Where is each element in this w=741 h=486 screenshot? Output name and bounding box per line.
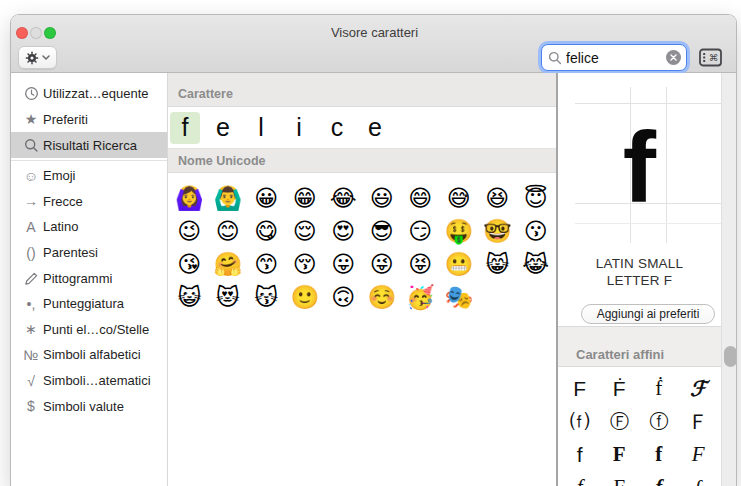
emoji-cell[interactable]: 😗 [517,215,556,248]
related-char-cell[interactable]: ḟ [639,372,679,405]
related-char-cell[interactable]: Ḟ [600,372,640,405]
emoji-cell[interactable]: 😊 [209,215,248,248]
sidebar-item-recents[interactable]: Utilizzat…equente [11,80,167,106]
related-char-cell[interactable]: f [560,471,600,486]
emoji-cell[interactable]: 😂 [324,182,363,215]
emoji-cell[interactable]: 😋 [247,215,286,248]
glyph-guide-line [575,223,721,224]
sidebar-item-pictographs[interactable]: Pittogrammi [11,265,167,291]
clear-search-button[interactable] [666,50,681,65]
related-char-cell[interactable]: ⓕ [639,405,679,438]
related-char-cell[interactable]: ƒ [679,471,719,486]
emoji-cell[interactable]: 😁 [286,182,325,215]
sidebar-item-label: Simboli valute [43,399,124,414]
sidebar-item-currency[interactable]: $Simboli valute [11,393,167,419]
numero-icon: № [19,347,43,363]
search-field[interactable] [541,44,687,71]
dollar-icon: $ [19,398,43,414]
emoji-cell[interactable]: 🙃 [324,281,363,314]
sidebar-item-bullets-stars[interactable]: ∗Punti el…co/Stelle [11,317,167,343]
emoji-cell[interactable]: 😄 [401,182,440,215]
sidebar-item-letterlike[interactable]: №Simboli alfabetici [11,342,167,368]
emoji-cell[interactable]: 🙂 [286,281,325,314]
search-input[interactable] [562,50,666,66]
character-viewer-window: Visore caratteri [10,14,737,486]
scrollbar-thumb[interactable] [724,346,737,367]
character-cell[interactable]: e [360,112,390,144]
sidebar-group-separator [11,160,167,161]
related-characters-header: Caratteri affini [558,326,737,367]
emoji-cell[interactable]: 😸 [478,248,517,281]
emoji-cell[interactable]: 😽 [247,281,286,314]
sidebar-item-search-results[interactable]: Risultati Ricerca [11,132,167,158]
sidebar-item-punctuation[interactable]: •,Punteggiatura [11,291,167,317]
character-cell[interactable]: l [246,112,276,144]
emoji-cell[interactable]: 😆 [478,182,517,215]
emoji-cell[interactable]: 😉 [170,215,209,248]
emoji-cell[interactable]: 😺 [170,281,209,314]
emoji-cell[interactable]: 😛 [324,248,363,281]
results-panel: Carattere felice Nome Unicode 🙆‍♀️🙆‍♂️😀😁… [168,73,556,486]
emoji-cell[interactable]: 😚 [286,248,325,281]
sidebar-item-favorites[interactable]: ★Preferiti [11,106,167,132]
scrollbar-track[interactable] [721,73,737,486]
emoji-cell[interactable]: 😬 [440,248,479,281]
related-char-cell[interactable]: F [600,438,640,471]
emoji-cell[interactable]: 🙆‍♂️ [209,182,248,215]
emoji-cell[interactable]: 😀 [247,182,286,215]
character-cell[interactable]: f [170,112,200,144]
emoji-cell[interactable]: 🤗 [209,248,248,281]
pencil-icon [19,271,43,286]
emoji-cell[interactable]: 😏 [401,215,440,248]
emoji-cell[interactable]: 😃 [363,182,402,215]
emoji-cell[interactable]: 😹 [517,248,556,281]
action-menu-button[interactable] [18,46,57,69]
category-sidebar: Utilizzat…equente★PreferitiRisultati Ric… [11,73,168,486]
character-section-header: Carattere [168,73,556,107]
svg-text:⌘: ⌘ [709,52,719,63]
emoji-cell[interactable]: 😍 [324,215,363,248]
character-cell[interactable]: i [284,112,314,144]
emoji-cell[interactable]: 🤑 [440,215,479,248]
related-char-cell[interactable]: f [560,438,600,471]
emoji-cell[interactable]: 😘 [170,248,209,281]
related-char-cell[interactable]: Ｆ [679,405,719,438]
emoji-cell[interactable]: 😻 [209,281,248,314]
related-char-cell[interactable]: ⒡ [560,405,600,438]
arrow-icon: → [19,193,43,209]
sidebar-item-label: Simboli…atematici [43,373,151,388]
emoji-cell[interactable]: ☺️ [363,281,402,314]
emoji-cell[interactable]: 😜 [363,248,402,281]
glyph-guide-line [575,103,721,104]
sidebar-item-label: Utilizzat…equente [43,86,149,101]
related-char-cell[interactable]: ℱ [679,372,719,405]
asterisk-icon: ∗ [19,321,43,337]
punctuation-icon: •, [19,296,43,312]
emoji-cell[interactable]: 😙 [247,248,286,281]
emoji-cell[interactable]: 😇 [517,182,556,215]
emoji-cell[interactable]: 🥳 [401,281,440,314]
emoji-cell[interactable]: 😎 [363,215,402,248]
related-char-cell[interactable]: F [560,372,600,405]
related-char-cell[interactable]: F [600,471,640,486]
sidebar-item-emoji[interactable]: ☺Emoji [11,163,167,189]
sidebar-item-arrows[interactable]: →Frecce [11,189,167,215]
emoji-cell[interactable]: 🎭 [440,281,479,314]
add-to-favorites-button[interactable]: Aggiungi ai preferiti [581,304,715,324]
related-char-cell[interactable]: F [679,438,719,471]
emoji-cell[interactable]: 😝 [401,248,440,281]
character-cell[interactable]: e [208,112,238,144]
sidebar-item-latin[interactable]: ALatino [11,214,167,240]
related-char-cell[interactable]: f [639,471,679,486]
emoji-cell[interactable]: 🤓 [478,215,517,248]
sidebar-item-parentheses[interactable]: ()Parentesi [11,240,167,266]
emoji-cell[interactable]: 😌 [286,215,325,248]
titlebar: Visore caratteri [11,15,737,73]
related-char-cell[interactable]: f [639,438,679,471]
keyboard-viewer-button[interactable]: ⌘ [698,47,723,68]
sidebar-item-math[interactable]: √Simboli…atematici [11,368,167,394]
character-cell[interactable]: c [322,112,352,144]
related-char-cell[interactable]: Ⓕ [600,405,640,438]
emoji-cell[interactable]: 🙆‍♀️ [170,182,209,215]
emoji-cell[interactable]: 😅 [440,182,479,215]
